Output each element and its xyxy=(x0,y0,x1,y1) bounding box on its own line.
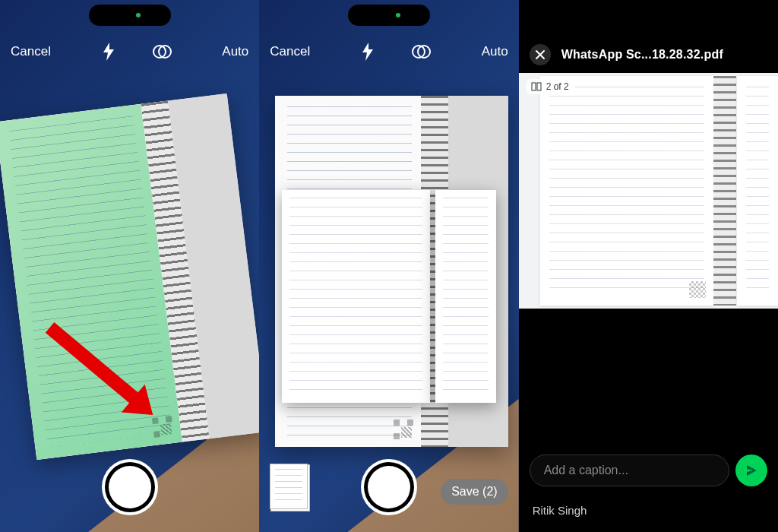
auto-mode-button[interactable]: Auto xyxy=(222,44,248,59)
page-qr-icon xyxy=(152,416,174,438)
notebook-spiral xyxy=(713,76,736,306)
handwriting-lines xyxy=(746,87,769,295)
scanner-top-bar: Cancel Auto xyxy=(0,35,259,68)
flash-icon[interactable] xyxy=(361,43,375,61)
pdf-page xyxy=(540,76,713,306)
share-header: WhatsApp Sc...18.28.32.pdf xyxy=(519,36,778,73)
shutter-button[interactable] xyxy=(361,459,417,515)
caption-placeholder: Add a caption... xyxy=(544,464,628,477)
file-name-label: WhatsApp Sc...18.28.32.pdf xyxy=(561,48,723,62)
filter-icon[interactable] xyxy=(411,43,431,61)
svg-rect-4 xyxy=(532,83,536,90)
pdf-preview[interactable]: 2 of 2 xyxy=(519,73,778,309)
whatsapp-share-pane: WhatsApp Sc...18.28.32.pdf 2 of 2 Add a … xyxy=(519,0,778,532)
shutter-button[interactable] xyxy=(102,459,158,515)
handwriting-lines xyxy=(549,87,704,295)
captured-page-preview xyxy=(282,190,430,403)
pdf-page-next xyxy=(737,76,778,306)
recipient-chip[interactable]: Ritik Singh xyxy=(533,504,587,517)
page-qr-icon xyxy=(394,420,413,439)
handwriting-lines xyxy=(443,198,489,395)
scanner-initial-pane: Cancel Auto xyxy=(0,0,259,532)
captured-thumbnail[interactable] xyxy=(270,464,308,509)
page-indicator-text: 2 of 2 xyxy=(546,81,569,92)
scanner-captured-pane: Cancel Auto Save (2) xyxy=(259,0,518,532)
caption-input[interactable]: Add a caption... xyxy=(530,454,729,486)
send-button[interactable] xyxy=(735,454,767,486)
page-indicator: 2 of 2 xyxy=(527,79,575,94)
dynamic-island xyxy=(348,5,430,26)
captured-page-preview xyxy=(435,190,496,403)
cancel-button[interactable]: Cancel xyxy=(11,44,51,59)
close-button[interactable] xyxy=(530,44,551,65)
dynamic-island xyxy=(89,5,171,26)
page-qr-icon xyxy=(689,281,706,298)
save-button[interactable]: Save (2) xyxy=(441,479,508,505)
filter-icon[interactable] xyxy=(152,43,172,61)
send-icon xyxy=(745,464,758,477)
scanner-top-bar: Cancel Auto xyxy=(259,35,518,68)
camera-viewport xyxy=(0,0,259,532)
svg-rect-5 xyxy=(537,83,541,90)
auto-mode-button[interactable]: Auto xyxy=(482,44,508,59)
flash-icon[interactable] xyxy=(102,43,115,61)
handwriting-lines xyxy=(289,198,422,395)
cancel-button[interactable]: Cancel xyxy=(270,44,310,59)
camera-viewport xyxy=(259,0,518,532)
pages-icon xyxy=(531,82,542,91)
